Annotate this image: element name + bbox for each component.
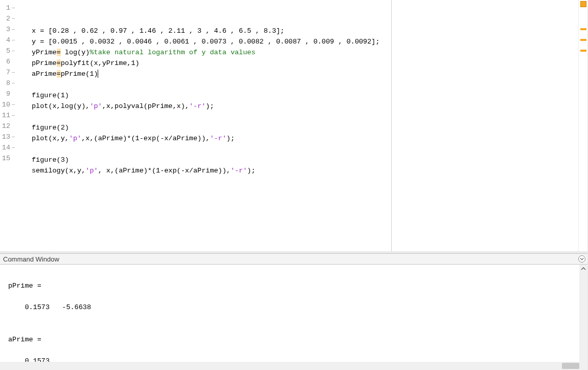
code-line[interactable]: plot(x,y,'p',x,(aPrime)*(1-exp(-x/aPrime… — [32, 133, 578, 144]
code-line[interactable]: yPrime= log(y)%take natural logarithm of… — [32, 47, 578, 58]
code-line[interactable]: plot(x,log(y),'p',x,polyval(pPrime,x),'-… — [32, 101, 578, 112]
gutter-row[interactable]: 15 — [0, 153, 18, 164]
code-line[interactable] — [32, 144, 578, 155]
code-line[interactable]: figure(1) — [32, 90, 578, 101]
code-token: '-r' — [231, 167, 247, 175]
code-token: '-r' — [189, 102, 206, 110]
code-token: ); — [206, 102, 214, 110]
code-token: , x,(aPrime)*(1-exp(-x/aPrime)), — [98, 167, 231, 175]
code-token: pPrime — [32, 59, 57, 67]
line-number: 4 — [1, 35, 10, 46]
code-token: ); — [227, 135, 235, 142]
text-caret — [98, 70, 98, 78]
executable-line-dash: – — [10, 13, 16, 24]
line-number: 7 — [1, 67, 10, 78]
code-line[interactable] — [32, 176, 578, 187]
command-window-title: Command Window — [3, 255, 59, 263]
code-token: figure(2) — [32, 124, 69, 132]
gutter-row[interactable]: 3– — [0, 24, 18, 35]
code-line[interactable]: pPrime=polyfit(x,yPrime,1) — [32, 58, 578, 69]
code-token: plot(x,y, — [32, 135, 69, 142]
line-number: 9 — [1, 89, 10, 99]
code-line[interactable]: figure(2) — [32, 122, 578, 133]
line-number-gutter: 1–2–3–4–5–6 7–8–9 10–11–12 13–14–15 — [0, 0, 18, 251]
line-number: 2 — [1, 13, 10, 24]
line-number: 5 — [1, 46, 10, 56]
code-line[interactable]: x = [0.28 , 0.62 , 0.97 , 1.46 , 2.11 , … — [32, 26, 578, 36]
executable-line-dash: – — [10, 110, 16, 121]
line-number: 15 — [1, 153, 10, 164]
gutter-row[interactable]: 11– — [0, 110, 18, 121]
code-line[interactable]: y = [0.0015 , 0.0032 , 0.0046 , 0.0061 ,… — [32, 36, 578, 47]
gutter-row[interactable]: 4– — [0, 35, 18, 46]
executable-line-dash: – — [10, 35, 16, 46]
app-root: 1–2–3–4–5–6 7–8–9 10–11–12 13–14–15 x = … — [0, 0, 588, 370]
gutter-row[interactable]: 8– — [0, 78, 18, 89]
command-window-header[interactable]: Command Window — [0, 253, 587, 265]
code-token: x = [0.28 , 0.62 , 0.97 , 1.46 , 2.11 , … — [32, 27, 284, 35]
code-editor[interactable]: x = [0.28 , 0.62 , 0.97 , 1.46 , 2.11 , … — [18, 0, 578, 251]
command-window-output: pPrime = 0.1573 -5.6638 aPrime = 0.1573 — [0, 265, 587, 366]
code-token: polyfit(x,yPrime,1) — [61, 59, 140, 67]
scrollbar-thumb[interactable] — [562, 363, 579, 369]
code-token: = — [57, 59, 61, 67]
gutter-row[interactable]: 7– — [0, 67, 18, 78]
panel-actions-icon[interactable] — [578, 255, 585, 263]
code-token: 'p' — [89, 102, 102, 110]
line-number: 12 — [1, 121, 10, 132]
line-number: 6 — [1, 56, 10, 67]
line-number: 8 — [1, 78, 10, 89]
code-token: 'p' — [85, 167, 98, 175]
gutter-row[interactable]: 1– — [0, 3, 18, 13]
code-token: y = [0.0015 , 0.0032 , 0.0046 , 0.0061 ,… — [32, 38, 380, 46]
line-number: 1 — [1, 3, 10, 13]
code-token: ,x,polyval(pPrime,x), — [102, 102, 189, 110]
code-line[interactable]: aPrime=pPrime(1) — [32, 69, 578, 79]
code-token: yPrime — [32, 49, 57, 56]
line-number: 11 — [1, 110, 10, 121]
code-analyzer-mark[interactable] — [580, 50, 586, 52]
executable-line-dash: – — [10, 78, 16, 89]
print-margin-line — [391, 0, 392, 251]
code-analyzer-status-icon[interactable] — [580, 1, 586, 7]
gutter-row[interactable]: 10– — [0, 99, 18, 110]
executable-line-dash: – — [10, 99, 16, 110]
gutter-row[interactable]: 6 — [0, 56, 18, 67]
command-window[interactable]: pPrime = 0.1573 -5.6638 aPrime = 0.1573 — [0, 265, 587, 370]
executable-line-dash: – — [10, 142, 16, 153]
code-token: figure(1) — [32, 92, 69, 99]
gutter-row[interactable]: 2– — [0, 13, 18, 24]
vertical-scrollbar[interactable] — [579, 265, 587, 370]
gutter-row[interactable]: 14– — [0, 142, 18, 153]
code-token: '-r' — [210, 135, 226, 142]
gutter-row[interactable]: 9 — [0, 89, 18, 99]
executable-line-dash: – — [10, 46, 16, 56]
code-analyzer-mark[interactable] — [580, 39, 586, 41]
code-token: semilogy(x,y, — [32, 167, 85, 175]
gutter-row[interactable]: 13– — [0, 132, 18, 142]
code-token: figure(3) — [32, 156, 69, 164]
code-line[interactable]: semilogy(x,y,'p', x,(aPrime)*(1-exp(-x/a… — [32, 165, 578, 176]
line-number: 14 — [1, 142, 10, 153]
gutter-row[interactable]: 12 — [0, 121, 18, 132]
code-line[interactable] — [32, 112, 578, 122]
message-bar[interactable] — [578, 0, 587, 251]
gutter-row[interactable]: 5– — [0, 46, 18, 56]
code-analyzer-mark[interactable] — [580, 28, 586, 30]
code-line[interactable] — [32, 79, 578, 90]
executable-line-dash: – — [10, 67, 16, 78]
code-token: pPrime(1 — [61, 70, 94, 78]
horizontal-scrollbar[interactable] — [0, 362, 579, 370]
editor-pane: 1–2–3–4–5–6 7–8–9 10–11–12 13–14–15 x = … — [0, 0, 587, 253]
code-token: = — [57, 70, 61, 78]
code-line[interactable]: figure(3) — [32, 155, 578, 165]
scroll-up-icon[interactable] — [579, 265, 587, 273]
code-token: aPrime — [32, 70, 57, 78]
line-number: 13 — [1, 132, 10, 142]
code-token: ,x,(aPrime)*(1-exp(-x/aPrime)), — [81, 135, 210, 142]
code-token: log(y) — [61, 49, 90, 56]
code-token: %take natural logarithm of y data values — [89, 49, 255, 56]
code-token: 'p' — [69, 135, 81, 142]
executable-line-dash: – — [10, 24, 16, 35]
line-number: 10 — [1, 99, 10, 110]
